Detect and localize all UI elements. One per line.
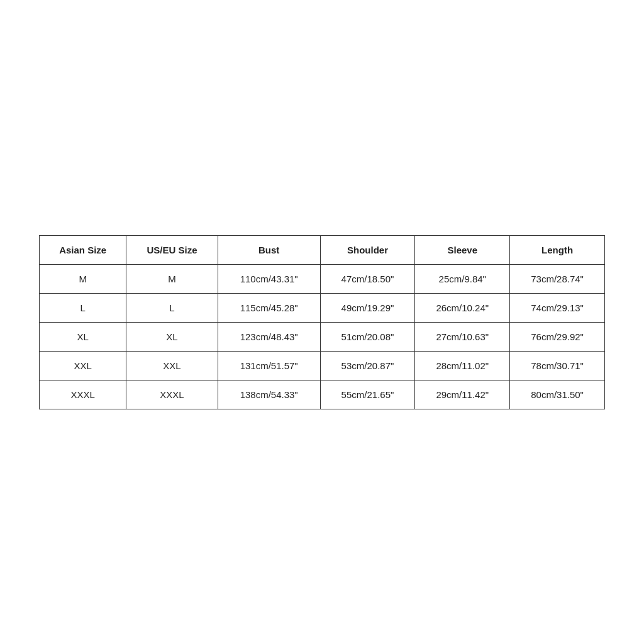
cell-sleeve: 26cm/10.24" [415,293,510,322]
cell-shoulder: 49cm/19.29" [320,293,415,322]
cell-asian_size: M [40,264,126,293]
cell-shoulder: 53cm/20.87" [320,351,415,380]
cell-bust: 110cm/43.31" [218,264,320,293]
table-row: XXLXXL131cm/51.57"53cm/20.87"28cm/11.02"… [40,351,605,380]
cell-shoulder: 51cm/20.08" [320,322,415,351]
cell-us_eu_size: XXXL [126,380,218,409]
cell-length: 73cm/28.74" [510,264,605,293]
size-chart-container: Asian Size US/EU Size Bust Shoulder Slee… [39,235,605,409]
table-row: LL115cm/45.28"49cm/19.29"26cm/10.24"74cm… [40,293,605,322]
cell-asian_size: XXXL [40,380,126,409]
cell-shoulder: 47cm/18.50" [320,264,415,293]
cell-bust: 131cm/51.57" [218,351,320,380]
cell-sleeve: 28cm/11.02" [415,351,510,380]
cell-shoulder: 55cm/21.65" [320,380,415,409]
col-header-sleeve: Sleeve [415,235,510,264]
table-row: MM110cm/43.31"47cm/18.50"25cm/9.84"73cm/… [40,264,605,293]
size-chart-table: Asian Size US/EU Size Bust Shoulder Slee… [39,235,605,409]
cell-asian_size: L [40,293,126,322]
cell-us_eu_size: L [126,293,218,322]
cell-sleeve: 25cm/9.84" [415,264,510,293]
col-header-shoulder: Shoulder [320,235,415,264]
cell-sleeve: 29cm/11.42" [415,380,510,409]
col-header-asian-size: Asian Size [40,235,126,264]
cell-length: 78cm/30.71" [510,351,605,380]
cell-us_eu_size: XXL [126,351,218,380]
cell-asian_size: XXL [40,351,126,380]
col-header-length: Length [510,235,605,264]
cell-sleeve: 27cm/10.63" [415,322,510,351]
cell-asian_size: XL [40,322,126,351]
cell-bust: 138cm/54.33" [218,380,320,409]
cell-length: 80cm/31.50" [510,380,605,409]
cell-length: 74cm/29.13" [510,293,605,322]
cell-bust: 115cm/45.28" [218,293,320,322]
table-header-row: Asian Size US/EU Size Bust Shoulder Slee… [40,235,605,264]
cell-us_eu_size: XL [126,322,218,351]
cell-us_eu_size: M [126,264,218,293]
col-header-us-eu-size: US/EU Size [126,235,218,264]
col-header-bust: Bust [218,235,320,264]
table-row: XXXLXXXL138cm/54.33"55cm/21.65"29cm/11.4… [40,380,605,409]
cell-bust: 123cm/48.43" [218,322,320,351]
table-row: XLXL123cm/48.43"51cm/20.08"27cm/10.63"76… [40,322,605,351]
cell-length: 76cm/29.92" [510,322,605,351]
